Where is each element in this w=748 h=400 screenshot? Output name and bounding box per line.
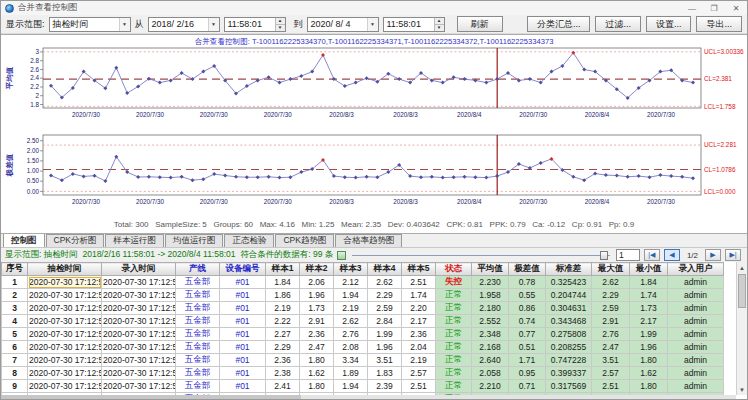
table-cell[interactable]: 1.74 <box>630 289 668 302</box>
table-cell[interactable]: 3.51 <box>368 354 402 367</box>
table-cell[interactable]: 1.89 <box>334 367 368 380</box>
table-cell[interactable]: 正常 <box>436 302 472 315</box>
table-cell[interactable]: 2020-07-30 17:12:59 <box>28 367 102 380</box>
table-cell[interactable]: admin <box>668 289 724 302</box>
table-cell[interactable]: 1.84 <box>630 276 668 289</box>
table-cell[interactable]: 2020-07-30 17:12:59 <box>102 354 176 367</box>
scroll-thumb[interactable] <box>1 395 301 399</box>
table-cell[interactable]: 7 <box>2 354 28 367</box>
tab-5[interactable]: 正态检验 <box>224 234 274 247</box>
table-cell[interactable]: 1.80 <box>300 380 334 393</box>
table-row[interactable]: 42020-07-30 17:12:582020-07-30 17:12:58五… <box>2 315 724 328</box>
table-cell[interactable]: #01 <box>220 315 266 328</box>
filter-button[interactable]: 过滤... <box>595 16 641 32</box>
first-page-button[interactable]: |◀ <box>644 249 660 261</box>
tab-7[interactable]: 合格率趋势图 <box>335 234 402 247</box>
table-cell[interactable]: 2020-07-30 17:12:58 <box>102 341 176 354</box>
column-header[interactable]: 标准差 <box>546 263 592 276</box>
table-cell[interactable]: 0.208255 <box>546 341 592 354</box>
table-cell[interactable]: 1.80 <box>630 380 668 393</box>
table-cell[interactable]: 2020-07-30 17:12:59 <box>28 380 102 393</box>
from-date-select[interactable]: 2018/ 2/16 ▼ <box>148 17 220 32</box>
table-cell[interactable]: admin <box>668 380 724 393</box>
table-cell[interactable]: 2.552 <box>472 315 509 328</box>
table-cell[interactable]: 2.29 <box>592 289 630 302</box>
table-cell[interactable]: 2.62 <box>368 276 402 289</box>
column-header[interactable]: 设备编号 <box>220 263 266 276</box>
table-cell[interactable]: 2.180 <box>472 302 509 315</box>
table-cell[interactable]: 2020-07-30 17:12:59 <box>102 380 176 393</box>
table-cell[interactable]: 4 <box>2 315 28 328</box>
table-cell[interactable]: 1.96 <box>368 341 402 354</box>
table-row[interactable]: 52020-07-30 17:12:582020-07-30 17:12:58五… <box>2 328 724 341</box>
table-cell[interactable]: 五金部 <box>176 380 220 393</box>
table-cell[interactable]: 2020-07-30 17:12:58 <box>102 315 176 328</box>
table-cell[interactable]: 五金部 <box>176 341 220 354</box>
column-header[interactable]: 最小值 <box>630 263 668 276</box>
table-cell[interactable]: admin <box>668 302 724 315</box>
table-cell[interactable]: #01 <box>220 302 266 315</box>
table-cell[interactable]: 2.06 <box>300 276 334 289</box>
page-number-input[interactable] <box>616 249 640 261</box>
to-date-select[interactable]: 2020/ 8/ 4 ▼ <box>307 17 379 32</box>
column-header[interactable]: 极差值 <box>509 263 546 276</box>
column-header[interactable]: 录入时间 <box>102 263 176 276</box>
table-cell[interactable]: 2.76 <box>592 328 630 341</box>
table-row[interactable]: 12020-07-30 17:12:572020-07-30 17:12:57五… <box>2 276 724 289</box>
column-header[interactable]: 序号 <box>2 263 28 276</box>
table-cell[interactable]: admin <box>668 315 724 328</box>
table-cell[interactable]: 2.47 <box>300 341 334 354</box>
column-header[interactable]: 平均值 <box>472 263 509 276</box>
zoom-slider[interactable] <box>352 251 610 260</box>
table-cell[interactable]: 正常 <box>436 341 472 354</box>
column-header[interactable]: 产线 <box>176 263 220 276</box>
table-cell[interactable]: 五金部 <box>176 276 220 289</box>
column-header[interactable]: 样本3 <box>334 263 368 276</box>
table-cell[interactable]: 2.62 <box>334 315 368 328</box>
table-cell[interactable]: 3 <box>2 302 28 315</box>
table-cell[interactable]: 2.348 <box>472 328 509 341</box>
column-header[interactable]: 样本2 <box>300 263 334 276</box>
table-cell[interactable]: 2.19 <box>402 354 436 367</box>
spin-down-icon[interactable]: ▼ <box>435 24 444 31</box>
column-header[interactable]: 样本4 <box>368 263 402 276</box>
table-cell[interactable]: 1.99 <box>368 328 402 341</box>
table-cell[interactable]: 2.17 <box>630 315 668 328</box>
table-cell[interactable]: 2.57 <box>402 367 436 380</box>
table-cell[interactable]: 1.83 <box>368 367 402 380</box>
table-cell[interactable]: 2.39 <box>368 380 402 393</box>
table-cell[interactable]: 正常 <box>436 367 472 380</box>
table-cell[interactable]: 正常 <box>436 354 472 367</box>
tab-2[interactable]: CPK分析图 <box>46 234 105 247</box>
table-cell[interactable]: 0.343468 <box>546 315 592 328</box>
table-cell[interactable]: 2020-07-30 17:12:57 <box>28 289 102 302</box>
table-cell[interactable]: 1.74 <box>402 289 436 302</box>
table-cell[interactable]: admin <box>668 328 724 341</box>
table-cell[interactable]: 2.36 <box>300 328 334 341</box>
table-cell[interactable]: 2.76 <box>334 328 368 341</box>
table-cell[interactable]: 8 <box>2 367 28 380</box>
table-cell[interactable]: 2020-07-30 17:12:58 <box>28 315 102 328</box>
table-cell[interactable]: admin <box>668 276 724 289</box>
table-cell[interactable]: 0.304631 <box>546 302 592 315</box>
table-cell[interactable]: 2.19 <box>334 302 368 315</box>
column-header[interactable]: 样本1 <box>266 263 300 276</box>
table-cell[interactable]: 2020-07-30 17:12:57 <box>102 276 176 289</box>
table-cell[interactable]: 失控 <box>436 276 472 289</box>
table-cell[interactable]: 1.94 <box>334 289 368 302</box>
table-row[interactable]: 32020-07-30 17:12:582020-07-30 17:12:58五… <box>2 302 724 315</box>
table-cell[interactable]: 2.51 <box>402 276 436 289</box>
table-cell[interactable]: 正常 <box>436 380 472 393</box>
table-cell[interactable]: 9 <box>2 380 28 393</box>
minimize-icon[interactable]: — <box>681 1 703 15</box>
scroll-thumb[interactable] <box>738 274 746 308</box>
table-cell[interactable]: 2.20 <box>402 302 436 315</box>
table-cell[interactable]: 1.958 <box>472 289 509 302</box>
refresh-button[interactable]: 刷新 <box>457 16 503 32</box>
table-cell[interactable]: 五金部 <box>176 328 220 341</box>
table-cell[interactable]: 2020-07-30 17:12:58 <box>28 328 102 341</box>
table-cell[interactable]: 2.08 <box>334 341 368 354</box>
table-cell[interactable]: 五金部 <box>176 302 220 315</box>
table-row[interactable]: 62020-07-30 17:12:582020-07-30 17:12:58五… <box>2 341 724 354</box>
table-cell[interactable]: 5 <box>2 328 28 341</box>
